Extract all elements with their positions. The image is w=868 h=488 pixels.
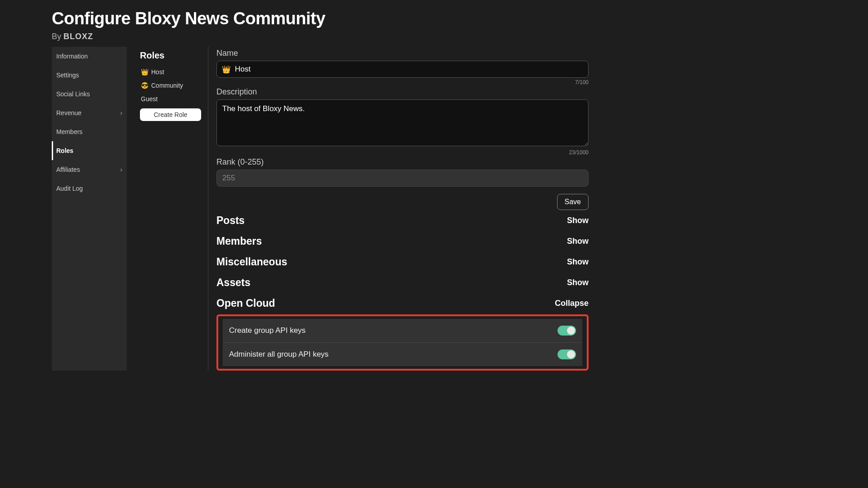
section-title: Miscellaneous: [216, 256, 287, 268]
by-label: By: [52, 32, 61, 41]
section-title: Members: [216, 235, 262, 247]
permission-row-create-api-keys: Create group API keys: [223, 319, 582, 343]
section-toggle-show[interactable]: Show: [567, 278, 589, 287]
role-item-community[interactable]: 😎Community: [140, 79, 201, 92]
by-line: By BLOXZ: [52, 32, 816, 41]
sidebar-item-affiliates[interactable]: Affiliates ›: [52, 160, 127, 179]
name-label: Name: [216, 49, 589, 58]
section-title: Assets: [216, 277, 250, 289]
section-toggle-show[interactable]: Show: [567, 216, 589, 225]
sidebar-item-label: Members: [56, 128, 82, 135]
sidebar-item-members[interactable]: Members: [52, 122, 127, 141]
chevron-right-icon: ›: [120, 166, 122, 173]
permission-row-administer-api-keys: Administer all group API keys: [223, 343, 582, 366]
section-toggle-collapse[interactable]: Collapse: [555, 299, 589, 308]
sidebar-item-label: Roles: [56, 147, 73, 154]
sidebar-item-label: Information: [56, 53, 88, 60]
sidebar: Information Settings Social Links Revenu…: [52, 47, 127, 371]
role-item-guest[interactable]: Guest: [140, 92, 201, 106]
roles-panel: Roles 👑Host 😎Community Guest Create Role: [133, 47, 208, 371]
rank-input: [216, 170, 589, 187]
sidebar-item-audit-log[interactable]: Audit Log: [52, 179, 127, 198]
create-role-button[interactable]: Create Role: [140, 108, 201, 121]
sidebar-item-revenue[interactable]: Revenue ›: [52, 103, 127, 122]
sidebar-item-label: Audit Log: [56, 185, 83, 192]
crown-icon: 👑: [222, 65, 231, 74]
description-input[interactable]: [216, 99, 589, 146]
name-input[interactable]: [216, 61, 589, 78]
sidebar-item-label: Revenue: [56, 109, 81, 116]
toggle-knob: [567, 327, 575, 335]
page-title: Configure Bloxy News Community: [52, 9, 816, 28]
role-item-host[interactable]: 👑Host: [140, 65, 201, 79]
sidebar-item-label: Settings: [56, 72, 79, 79]
role-label: Community: [151, 82, 183, 89]
description-char-count: 23/1000: [216, 149, 589, 156]
permission-label: Administer all group API keys: [229, 350, 328, 359]
toggle-knob: [567, 350, 575, 358]
author-name[interactable]: BLOXZ: [63, 32, 93, 41]
role-label: Guest: [141, 95, 157, 103]
name-char-count: 7/100: [216, 79, 589, 85]
sidebar-item-roles[interactable]: Roles: [52, 141, 127, 160]
section-members: Members Show: [216, 231, 589, 251]
section-title: Posts: [216, 215, 245, 227]
section-miscellaneous: Miscellaneous Show: [216, 251, 589, 272]
chevron-right-icon: ›: [120, 109, 122, 116]
rank-label: Rank (0-255): [216, 157, 589, 167]
toggle-create-api-keys[interactable]: [558, 326, 576, 336]
section-toggle-show[interactable]: Show: [567, 257, 589, 267]
roles-panel-header: Roles: [140, 50, 201, 61]
permission-label: Create group API keys: [229, 326, 306, 335]
section-toggle-show[interactable]: Show: [567, 237, 589, 246]
description-label: Description: [216, 87, 589, 97]
sunglasses-icon: 😎: [141, 82, 148, 89]
sidebar-item-information[interactable]: Information: [52, 47, 127, 66]
role-label: Host: [151, 68, 164, 76]
toggle-administer-api-keys[interactable]: [558, 349, 576, 359]
section-assets: Assets Show: [216, 272, 589, 293]
main-content: Name 👑 7/100 Description 23/1000 Rank (0…: [208, 47, 589, 371]
section-posts: Posts Show: [216, 210, 589, 231]
sidebar-item-label: Affiliates: [56, 166, 80, 173]
sidebar-item-label: Social Links: [56, 90, 90, 98]
save-button[interactable]: Save: [557, 194, 589, 210]
section-title: Open Cloud: [216, 297, 275, 309]
section-open-cloud: Open Cloud Collapse: [216, 293, 589, 313]
crown-icon: 👑: [141, 68, 148, 76]
sidebar-item-social-links[interactable]: Social Links: [52, 85, 127, 103]
sidebar-item-settings[interactable]: Settings: [52, 66, 127, 85]
open-cloud-permissions-highlight: Create group API keys Administer all gro…: [216, 314, 589, 371]
